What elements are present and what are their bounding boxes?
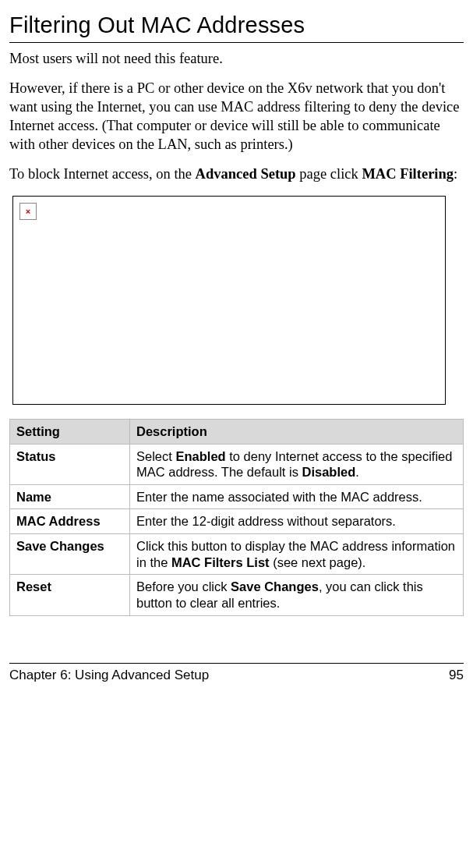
text: Enter the 12-digit address without separ… (136, 514, 396, 528)
bold-text: Disabled (302, 465, 355, 479)
settings-table: Setting Description Status Select Enable… (9, 419, 464, 616)
setting-cell: Status (10, 444, 130, 484)
bold-text: MAC Filters List (171, 555, 270, 569)
intro-paragraph-3: To block Internet access, on the Advance… (9, 165, 464, 183)
setting-cell: MAC Address (10, 509, 130, 534)
description-cell: Select Enabled to deny Internet access t… (130, 444, 464, 484)
description-cell: Before you click Save Changes, you can c… (130, 575, 464, 615)
page-title: Filtering Out MAC Addresses (9, 11, 464, 43)
page-number: 95 (449, 667, 464, 684)
col-setting-header: Setting (10, 419, 130, 444)
page-footer: Chapter 6: Using Advanced Setup 95 (9, 663, 464, 684)
col-description-header: Description (130, 419, 464, 444)
table-row: Name Enter the name associated with the … (10, 484, 464, 509)
setting-cell: Name (10, 484, 130, 509)
bold-text: Enabled (175, 449, 225, 463)
text: : (454, 166, 457, 182)
screenshot-placeholder: × (12, 196, 446, 405)
text: To block Internet access, on the (9, 166, 196, 182)
bold-text: Save Changes (231, 579, 319, 593)
table-row: MAC Address Enter the 12-digit address w… (10, 509, 464, 534)
text: Enter the name associated with the MAC a… (136, 490, 422, 504)
broken-image-icon: × (19, 203, 37, 220)
table-header-row: Setting Description (10, 419, 464, 444)
setting-cell: Reset (10, 575, 130, 615)
chapter-label: Chapter 6: Using Advanced Setup (9, 667, 209, 684)
table-row: Status Select Enabled to deny Internet a… (10, 444, 464, 484)
advanced-setup-label: Advanced Setup (196, 166, 296, 182)
text: page click (296, 166, 362, 182)
intro-paragraph-1: Most users will not need this feature. (9, 49, 464, 68)
description-cell: Click this button to display the MAC add… (130, 534, 464, 575)
text: (see next page). (270, 555, 366, 569)
description-cell: Enter the name associated with the MAC a… (130, 484, 464, 509)
text: . (355, 465, 359, 479)
description-cell: Enter the 12-digit address without separ… (130, 509, 464, 534)
text: Before you click (136, 579, 231, 593)
mac-filtering-label: MAC Filtering (362, 166, 454, 182)
intro-paragraph-2: However, if there is a PC or other devic… (9, 79, 464, 154)
text: Select (136, 449, 175, 463)
broken-image-glyph: × (26, 206, 30, 217)
table-row: Reset Before you click Save Changes, you… (10, 575, 464, 615)
setting-cell: Save Changes (10, 534, 130, 575)
table-row: Save Changes Click this button to displa… (10, 534, 464, 575)
